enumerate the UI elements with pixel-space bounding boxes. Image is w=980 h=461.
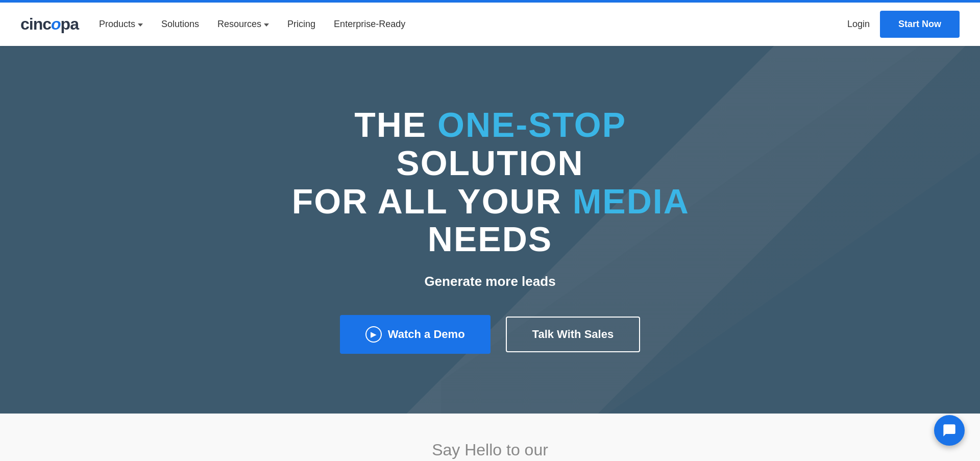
hero-content: THE ONE-STOP SOLUTION FOR ALL YOUR MEDIA… [260,106,720,354]
chevron-down-icon [138,23,143,27]
hero-section: THE ONE-STOP SOLUTION FOR ALL YOUR MEDIA… [0,46,980,414]
chat-icon [942,423,957,438]
hero-heading-the: THE [354,105,437,144]
hero-subheading: Generate more leads [271,274,709,289]
logo[interactable]: cincopa [20,15,79,34]
hero-heading-media: MEDIA [573,182,689,221]
hero-heading-onestop: ONE-STOP [437,105,626,144]
hero-heading-foryour: FOR ALL YOUR [292,182,573,221]
nav-link-resources[interactable]: Resources [217,19,269,30]
hero-heading: THE ONE-STOP SOLUTION FOR ALL YOUR MEDIA… [271,106,709,258]
logo-text: cincopa [20,15,79,34]
nav-links: Products Solutions Resources Pricing Ent… [99,19,847,30]
hero-heading-needs: NEEDS [428,220,552,258]
nav-link-enterprise[interactable]: Enterprise-Ready [334,19,405,30]
hero-heading-solution: SOLUTION [396,143,583,182]
below-fold-text: Say Hello to our [432,441,548,459]
nav-link-products[interactable]: Products [99,19,143,30]
main-nav: cincopa Products Solutions Resources Pri… [0,3,980,46]
start-now-button[interactable]: Start Now [880,11,960,38]
nav-link-solutions[interactable]: Solutions [161,19,199,30]
play-icon: ▶ [365,326,382,343]
nav-actions: Login Start Now [847,11,960,38]
below-fold-section: Say Hello to our [0,414,980,461]
hero-buttons: ▶ Watch a Demo Talk With Sales [271,315,709,354]
nav-link-pricing[interactable]: Pricing [287,19,315,30]
login-link[interactable]: Login [847,19,870,30]
chevron-down-icon [264,23,269,27]
chat-button[interactable] [934,415,965,446]
talk-with-sales-button[interactable]: Talk With Sales [506,317,641,352]
watch-demo-button[interactable]: ▶ Watch a Demo [340,315,491,354]
